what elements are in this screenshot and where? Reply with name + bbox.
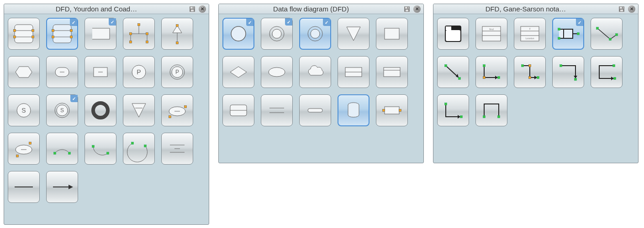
shape-data-store-open[interactable] (84, 18, 116, 50)
shape-ring-bold[interactable] (84, 94, 116, 126)
shape-open-store[interactable] (552, 18, 584, 50)
svg-marker-122 (456, 74, 459, 78)
shape-tree-shape[interactable] (123, 18, 155, 50)
shape-ellipse-minus[interactable] (8, 133, 40, 165)
shape-circle-ring-sel[interactable] (299, 18, 331, 50)
shape-rect-top-band[interactable] (376, 56, 408, 88)
panel-title: DFD, Yourdon and Coad… (7, 5, 186, 13)
shape-angled-connector[interactable] (591, 18, 623, 50)
shape-triangle-down[interactable] (123, 94, 155, 126)
shape-hex-process[interactable] (8, 56, 40, 88)
svg-rect-106 (521, 26, 539, 41)
titlebar[interactable]: DFD, Yourdon and Coad… ✕ (4, 4, 209, 14)
shape-state-s[interactable]: S (8, 94, 40, 126)
svg-point-41 (17, 104, 31, 117)
svg-rect-34 (94, 67, 107, 77)
svg-rect-102 (482, 26, 501, 41)
svg-rect-52 (169, 116, 171, 118)
svg-rect-99 (445, 26, 461, 42)
svg-rect-98 (622, 7, 623, 8)
shape-ellipse-outline[interactable] (261, 56, 293, 88)
svg-marker-137 (611, 77, 614, 80)
svg-rect-1 (190, 7, 194, 9)
svg-line-116 (597, 28, 610, 39)
shape-data-store-2[interactable] (46, 18, 78, 50)
svg-rect-71 (406, 10, 408, 11)
shape-line-plain[interactable] (8, 171, 40, 203)
svg-rect-128 (483, 77, 486, 79)
svg-rect-62 (144, 145, 147, 147)
svg-rect-123 (445, 65, 447, 67)
save-icon[interactable] (403, 5, 411, 13)
shape-cylinder[interactable] (338, 94, 370, 126)
shape-u-connector-2[interactable] (475, 94, 507, 126)
shape-elbow-4[interactable] (591, 56, 623, 88)
shape-process-box[interactable] (437, 18, 469, 50)
panel-gane: DFD, Gane-Sarson nota… ✕ find if Locatio… (433, 4, 639, 163)
shape-table-labels[interactable]: if Location (514, 18, 546, 50)
save-icon[interactable] (618, 5, 625, 13)
shape-pill-line[interactable] (299, 94, 331, 126)
close-icon[interactable]: ✕ (413, 5, 421, 13)
shape-diamond[interactable] (222, 56, 254, 88)
svg-rect-115 (577, 33, 580, 35)
shape-process-p[interactable]: P (123, 56, 155, 88)
shape-rows-2[interactable] (222, 94, 254, 126)
svg-rect-86 (230, 105, 247, 116)
checkmark-icon (285, 18, 292, 26)
shape-rect-2split[interactable] (338, 56, 370, 88)
shape-ellipse-minus-handles[interactable] (161, 94, 193, 126)
shape-rect-outline[interactable] (376, 18, 408, 50)
shape-cloud[interactable] (299, 56, 331, 88)
svg-rect-113 (558, 28, 560, 31)
svg-rect-79 (385, 28, 399, 39)
svg-rect-29 (176, 25, 179, 27)
titlebar[interactable]: DFD, Gane-Sarson nota… ✕ (433, 4, 638, 14)
shape-rect-minus[interactable] (84, 56, 116, 88)
close-icon[interactable]: ✕ (628, 5, 635, 13)
svg-rect-69 (404, 6, 410, 12)
svg-marker-129 (534, 76, 537, 79)
shape-triangle-down-outline[interactable] (338, 18, 370, 50)
shape-elbow-2[interactable] (514, 56, 546, 88)
svg-point-36 (132, 65, 146, 79)
svg-rect-120 (609, 38, 612, 41)
shape-circle-ring[interactable] (261, 18, 293, 50)
shape-arc-handles-2[interactable] (84, 133, 116, 165)
panel-title: Data flow diagram (DFD) (222, 5, 401, 13)
save-icon[interactable] (189, 5, 196, 13)
svg-point-81 (269, 67, 285, 77)
svg-rect-15 (52, 36, 54, 38)
shape-arrow-right[interactable] (46, 171, 78, 203)
svg-text:S: S (60, 107, 64, 114)
svg-rect-17 (70, 36, 73, 38)
shape-table-3col[interactable]: find (475, 18, 507, 50)
svg-point-44 (57, 105, 68, 116)
svg-text:P: P (137, 68, 141, 76)
titlebar[interactable]: Data flow diagram (DFD) ✕ (219, 4, 423, 14)
shape-state-s-ring[interactable]: S (46, 94, 78, 126)
close-icon[interactable]: ✕ (199, 5, 206, 13)
svg-text:P: P (175, 69, 179, 75)
shape-rect-mid-handles[interactable] (376, 94, 408, 126)
shape-arc-handles-3[interactable] (123, 133, 155, 165)
svg-rect-9 (32, 30, 34, 32)
checkmark-icon (246, 19, 253, 26)
shape-diag-arrow[interactable] (437, 56, 469, 88)
shape-u-connector-1[interactable] (437, 94, 469, 126)
shape-two-lines[interactable] (261, 94, 293, 126)
shape-arc-handles-1[interactable] (46, 133, 78, 165)
shape-circle-big[interactable] (222, 18, 254, 50)
shape-elbow-1[interactable] (475, 56, 507, 88)
shape-process-p-ring[interactable]: P (161, 56, 193, 88)
shape-data-store-1[interactable] (8, 18, 40, 50)
shape-parallel-minus[interactable] (161, 133, 193, 165)
svg-text:if: if (529, 27, 531, 30)
shape-rounded-minus[interactable] (46, 56, 78, 88)
shape-triangle-up-branch[interactable] (161, 18, 193, 50)
shape-elbow-3[interactable] (552, 56, 584, 88)
svg-line-121 (446, 66, 459, 78)
svg-text:Location: Location (526, 37, 534, 40)
svg-rect-82 (345, 67, 362, 77)
svg-rect-22 (138, 24, 140, 26)
